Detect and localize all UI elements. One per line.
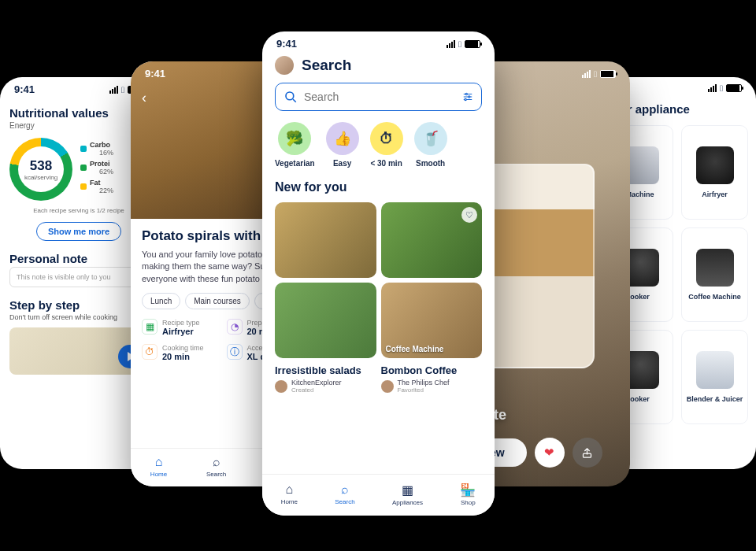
appliance-image — [696, 249, 734, 287]
tab-search[interactable]: ⌕Search — [206, 455, 226, 479]
signal-icon — [109, 86, 118, 94]
recipe-card[interactable] — [275, 283, 376, 358]
author-row[interactable]: The Philips ChefFavorited — [381, 379, 483, 394]
search-icon: ⌕ — [341, 483, 349, 497]
recipe-chip[interactable]: Lunch — [142, 293, 180, 309]
recipe-chip[interactable]: Main courses — [185, 293, 249, 309]
recipe-card[interactable] — [275, 202, 376, 278]
back-icon[interactable]: ‹ — [142, 90, 146, 106]
svg-line-1 — [293, 99, 296, 102]
tab-home[interactable]: ⌂Home — [150, 455, 167, 479]
status-time: 9:41 — [14, 83, 35, 95]
wifi-icon: 􀙇 — [458, 39, 461, 49]
step-hint: Don't turn off screen while cooking — [9, 313, 148, 321]
category-min[interactable]: ⏱< 30 min — [370, 122, 403, 168]
home-icon: ⌂ — [285, 483, 293, 497]
svg-point-3 — [465, 93, 467, 94]
recipe-card[interactable]: ♡ — [381, 202, 483, 278]
grid-column-titles: Irresistible salads KitchenExplorerCreat… — [262, 358, 495, 398]
favorite-button[interactable]: ❤ — [535, 438, 565, 468]
signal-icon — [582, 70, 591, 78]
collection-title[interactable]: Irresistible salads — [275, 364, 376, 376]
personal-note-title: Personal note — [9, 252, 148, 265]
status-time: 9:41 — [145, 68, 165, 80]
wifi-icon: 􀙇 — [121, 85, 124, 94]
tab-bar: ⌂Home⌕Search▦Appliances🏪Shop — [262, 474, 495, 516]
appliance-card-coffeemachine[interactable]: Coffee Machine — [681, 227, 748, 322]
personal-note-input[interactable]: This note is visible only to you — [9, 267, 148, 287]
signal-icon — [708, 84, 717, 92]
avatar[interactable] — [275, 56, 294, 75]
step-title: Step by step — [9, 298, 148, 312]
appliances-icon: ▦ — [402, 483, 413, 497]
tab-appliances[interactable]: ▦Appliances — [392, 483, 423, 506]
tab-search[interactable]: ⌕Search — [335, 483, 354, 506]
recipe-card[interactable]: Coffee Machine — [381, 283, 483, 358]
category-vegetarian[interactable]: 🥦Vegetarian — [275, 122, 315, 168]
search-icon: ⌕ — [213, 455, 220, 469]
search-input[interactable] — [304, 91, 456, 103]
category-easy[interactable]: 👍Easy — [326, 122, 359, 168]
shop-icon: 🏪 — [460, 483, 476, 497]
favorite-icon[interactable]: ♡ — [461, 207, 477, 223]
collection-title[interactable]: Bombon Coffee — [381, 364, 483, 376]
screen-search: 9:41 􀙇 Search 🥦Vegetarian👍Easy⏱< 30 min🥤… — [262, 31, 495, 516]
filter-icon[interactable] — [462, 91, 473, 102]
status-time: 9:41 — [276, 38, 297, 50]
svg-point-7 — [465, 98, 466, 100]
section-title: New for you — [262, 180, 495, 202]
svg-point-0 — [286, 92, 294, 100]
status-bar: 9:41 􀙇 — [262, 31, 495, 51]
nutrition-subtitle: Energy — [9, 121, 148, 130]
category-pills: 🥦Vegetarian👍Easy⏱< 30 min🥤Smooth — [262, 122, 495, 180]
wifi-icon: 􀙇 — [720, 83, 723, 93]
card-tag: Coffee Machine — [386, 345, 444, 353]
show-more-button[interactable]: Show me more — [36, 222, 121, 241]
kcal-value: 538 — [30, 158, 52, 174]
wifi-icon: 􀙇 — [594, 69, 597, 79]
step-thumbnail[interactable] — [9, 327, 148, 375]
serving-note: Each recipe serving is 1/2 recipe — [9, 207, 148, 214]
svg-point-5 — [469, 96, 470, 98]
appliance-card-blenderjuicer[interactable]: Blender & Juicer — [681, 330, 748, 424]
author-avatar — [381, 380, 394, 393]
kcal-label: kcal/serving — [24, 174, 57, 181]
page-title: Search — [302, 57, 351, 74]
tab-home[interactable]: ⌂Home — [281, 483, 298, 506]
appliance-card-airfryer[interactable]: Airfryer — [681, 125, 748, 220]
category-smooth[interactable]: 🥤Smooth — [414, 122, 447, 168]
battery-icon — [465, 40, 480, 48]
signal-icon — [447, 40, 455, 48]
battery-icon — [600, 70, 616, 78]
home-icon: ⌂ — [155, 455, 163, 469]
calorie-donut: 538 kcal/serving — [9, 138, 72, 201]
battery-icon — [726, 84, 742, 92]
search-icon — [284, 90, 298, 104]
author-row[interactable]: KitchenExplorerCreated — [275, 379, 376, 394]
nutrition-title: Nutritional values — [9, 106, 148, 120]
appliance-image — [696, 351, 734, 389]
macros-legend: Carbo16%Protei62%Fat22% — [80, 141, 113, 198]
search-input-wrapper[interactable] — [275, 83, 482, 111]
recipe-grid: ♡Coffee Machine — [262, 202, 495, 358]
author-avatar — [275, 380, 287, 393]
appliance-image — [696, 146, 734, 184]
tab-shop[interactable]: 🏪Shop — [460, 483, 476, 506]
share-button[interactable] — [573, 438, 602, 468]
